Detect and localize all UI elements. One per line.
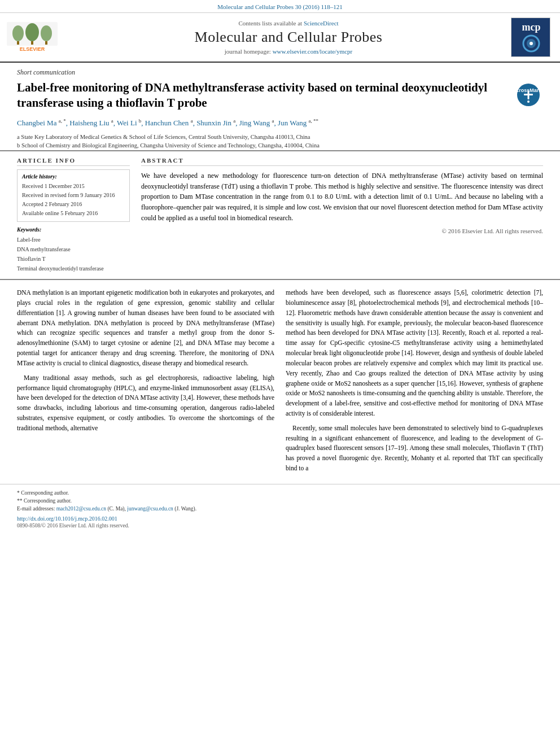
svg-text:mcp: mcp (522, 21, 541, 33)
sciencedirect-prefix: Contents lists available at (238, 20, 303, 27)
svg-point-1 (12, 25, 24, 41)
crossmark-area[interactable]: CrossMark (516, 80, 543, 107)
issn-text: 0890-8508/© 2016 Elsevier Ltd. All right… (17, 523, 129, 528)
article-info-panel: ARTICLE INFO Article history: Received 1… (17, 157, 130, 273)
doi-link[interactable]: http://dx.doi.org/10.1016/j.mcp.2016.02.… (17, 516, 117, 522)
svg-point-3 (41, 25, 52, 41)
affiliation-a: a State Key Laboratory of Medical Geneti… (17, 133, 543, 142)
doi-line: http://dx.doi.org/10.1016/j.mcp.2016.02.… (17, 516, 543, 522)
publisher-logo-area: ELSEVIER (7, 18, 69, 57)
footnote-corresponding2: ** Corresponding author. (17, 497, 543, 505)
email2-name: (J. Wang). (174, 506, 196, 512)
journal-name: Molecular and Cellular Probes (195, 29, 383, 46)
homepage-link[interactable]: www.elsevier.com/locate/ymcpr (273, 48, 353, 55)
keyword-3: Thioflavin T (17, 256, 46, 262)
issn-line: 0890-8508/© 2016 Elsevier Ltd. All right… (17, 523, 543, 528)
sciencedirect-line: Contents lists available at ScienceDirec… (238, 20, 338, 27)
journal-citation-bar: Molecular and Cellular Probes 30 (2016) … (0, 0, 560, 13)
keywords-box: Keywords: Label-free DNA methyltransfera… (17, 226, 130, 273)
journal-citation-text: Molecular and Cellular Probes 30 (2016) … (217, 3, 342, 10)
svg-rect-5 (31, 41, 33, 45)
article-title-row: Label-free monitoring of DNA methyltrans… (17, 80, 543, 111)
keyword-4: Terminal deoxynucleotidyl transferase (17, 265, 104, 272)
abstract-panel: ABSTRACT We have developed a new methodo… (141, 157, 543, 273)
article-type: Short communication (17, 68, 543, 77)
para4-text: Recently, some small molecules have been… (286, 425, 543, 471)
journal-homepage-line: journal homepage: www.elsevier.com/locat… (225, 48, 353, 55)
info-abstract-section: ARTICLE INFO Article history: Received 1… (0, 151, 560, 280)
footer-section: * Corresponding author. ** Corresponding… (0, 484, 560, 532)
email1-name: (C. Ma), (107, 506, 125, 512)
keyword-2: DNA methyltransferase (17, 246, 71, 252)
article-header: Short communication Label-free monitorin… (0, 63, 560, 151)
corresponding-note-1: * Corresponding author. (17, 490, 69, 496)
body-paragraph-3: methods have been developed, such as flu… (286, 288, 543, 419)
para1-text: DNA methylation is an important epigenet… (17, 289, 274, 366)
body-paragraph-2: Many traditional assay methods, such as … (17, 373, 274, 434)
elsevier-logo: ELSEVIER (7, 22, 58, 53)
body-paragraph-1: DNA methylation is an important epigenet… (17, 288, 274, 369)
svg-rect-16 (528, 90, 530, 99)
svg-rect-6 (45, 41, 47, 45)
para3-text: methods have been developed, such as flu… (286, 289, 543, 417)
authors-line: Changbei Ma a, *, Haisheng Liu a, Wei Li… (17, 117, 543, 129)
corresponding-note-2: ** Corresponding author. (17, 498, 72, 504)
received-date: Received 1 December 2015 (22, 183, 85, 189)
abstract-heading: ABSTRACT (141, 157, 543, 166)
abstract-text: We have developed a new methodology for … (141, 171, 543, 223)
homepage-prefix: journal homepage: (225, 48, 273, 55)
mcp-logo-area: mcp (508, 18, 553, 57)
revised-date: Received in revised form 9 January 2016 (22, 192, 115, 198)
history-dates: Received 1 December 2015 Received in rev… (22, 182, 125, 218)
affiliations: a State Key Laboratory of Medical Geneti… (17, 133, 543, 151)
mcp-logo: mcp (511, 18, 550, 57)
body-paragraph-4: Recently, some small molecules have been… (286, 423, 543, 474)
svg-point-17 (527, 101, 530, 103)
keywords-list: Label-free DNA methyltransferase Thiofla… (17, 235, 130, 273)
svg-rect-4 (17, 41, 19, 45)
body-right-column: methods have been developed, such as flu… (286, 288, 543, 478)
svg-text:ELSEVIER: ELSEVIER (20, 46, 45, 52)
email-addresses-line: E-mail addresses: mach2012@csu.edu.cn (C… (17, 505, 543, 513)
article-title: Label-free monitoring of DNA methyltrans… (17, 80, 510, 111)
email2-link[interactable]: junwang@csu.edu.cn (127, 506, 173, 512)
accepted-date: Accepted 2 February 2016 (22, 201, 82, 207)
footnote-corresponding1: * Corresponding author. (17, 489, 543, 497)
available-date: Available online 5 February 2016 (22, 210, 98, 216)
email-label: E-mail addresses: (17, 506, 55, 512)
sciencedirect-link[interactable]: ScienceDirect (304, 20, 339, 27)
body-section: DNA methylation is an important epigenet… (0, 280, 560, 484)
email1-link[interactable]: mach2012@csu.edu.cn (56, 506, 106, 512)
history-box: Article history: Received 1 December 201… (17, 169, 130, 222)
svg-point-12 (530, 42, 533, 45)
journal-title-area: Contents lists available at ScienceDirec… (75, 18, 502, 57)
history-heading: Article history: (22, 173, 125, 180)
body-left-column: DNA methylation is an important epigenet… (17, 288, 274, 478)
journal-header: ELSEVIER Contents lists available at Sci… (0, 13, 560, 63)
copyright-notice: © 2016 Elsevier Ltd. All rights reserved… (141, 228, 543, 234)
keywords-heading: Keywords: (17, 226, 130, 233)
article-info-heading: ARTICLE INFO (17, 157, 130, 166)
svg-point-2 (25, 23, 39, 41)
keyword-1: Label-free (17, 237, 41, 243)
affiliation-b: b School of Chemistry and Biological Eng… (17, 141, 543, 150)
